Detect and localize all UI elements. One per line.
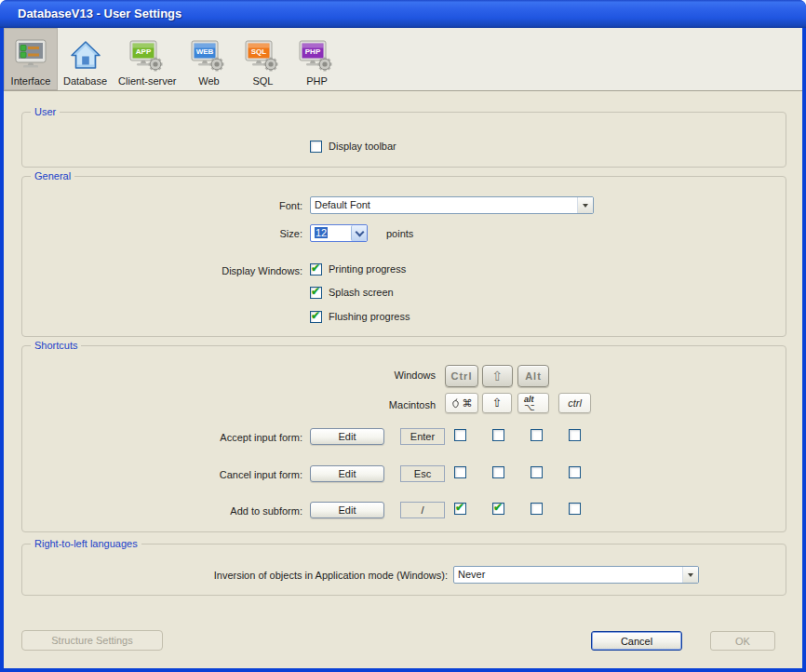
windows-alt-key[interactable]: Alt [517,365,549,387]
ok-button: OK [710,631,775,651]
toolbar-item-label: Interface [11,75,51,87]
subform-modifier-checkbox-2[interactable] [492,503,504,515]
toolbar-item-database[interactable]: Database [58,28,113,90]
subform-key-display: / [400,502,445,518]
php-monitor-gear-icon: PHP [296,37,337,74]
accept-modifier-checkbox-2[interactable] [492,429,504,441]
cancel-modifier-checkbox-1[interactable] [454,466,466,478]
svg-text:SQL: SQL [251,47,267,56]
mac-ctrl-key[interactable]: ctrl [558,393,591,413]
accept-key-display: Enter [400,428,445,445]
font-combobox[interactable]: Default Font [310,196,594,214]
cancel-edit-button[interactable]: Edit [310,465,384,482]
cancel-modifier-checkbox-3[interactable] [531,466,543,478]
accept-modifier-checkbox-4[interactable] [569,429,581,441]
mac-command-key[interactable]: ⌘ [445,393,478,413]
toolbar-item-interface[interactable]: Interface [4,28,58,90]
windows-shift-key[interactable]: ⇧ [482,365,513,387]
app-monitor-gear-icon: APP [127,37,168,74]
group-title: User [31,105,60,118]
toolbar-item-sql[interactable]: SQL SQL [235,28,289,90]
splash-screen-label: Splash screen [329,287,394,298]
subform-modifier-checkbox-4[interactable] [569,503,581,515]
accept-modifier-checkbox-3[interactable] [531,429,543,441]
accept-edit-button[interactable]: Edit [310,428,384,445]
flushing-progress-checkbox[interactable] [310,311,322,323]
display-toolbar-label: Display toolbar [329,141,396,152]
group-user: User [21,112,786,168]
dialog-body: Interface Database APP [4,28,802,668]
dialog-window: DatabaseV13 - User Settings Interface [0,0,806,672]
cancel-modifier-checkboxes [454,466,581,478]
size-label: Size: [209,227,302,240]
gear-icon [264,58,278,72]
windows-ctrl-key[interactable]: Ctrl [445,365,478,387]
accept-modifier-checkboxes [454,429,581,441]
toolbar-item-label: Database [63,75,107,87]
printing-progress-label: Printing progress [329,263,406,275]
display-toolbar-row: Display toolbar [310,140,396,153]
size-combobox[interactable]: 12 [310,224,368,242]
size-combobox-value: 12 [311,225,351,241]
svg-text:WEB: WEB [196,47,214,56]
inversion-combobox-value: Never [454,567,682,583]
subform-edit-button[interactable]: Edit [310,502,384,518]
windows-label: Windows [361,369,436,382]
window-title: DatabaseV13 - User Settings [0,7,181,20]
add-to-subform-label: Add to subform: [172,504,302,517]
subform-modifier-checkbox-3[interactable] [531,503,543,515]
macintosh-label: Macintosh [361,398,436,411]
group-title: Right-to-left languages [31,537,141,550]
cancel-button[interactable]: Cancel [591,631,682,651]
toolbar-item-web[interactable]: WEB Web [181,28,235,90]
cancel-modifier-checkbox-2[interactable] [492,466,504,478]
display-windows-label: Display Windows: [191,264,302,277]
splash-screen-row: Splash screen [310,286,394,299]
display-toolbar-checkbox[interactable] [310,141,322,153]
toolbar-item-client-server[interactable]: APP Client-server [113,28,181,90]
printing-progress-checkbox[interactable] [310,263,322,276]
toolbar-item-label: Web [198,75,219,87]
printing-progress-row: Printing progress [310,262,406,276]
mac-option-key[interactable]: alt ⌥ [517,393,549,413]
font-combobox-value: Default Font [311,197,577,213]
command-symbol: ⌘ [463,397,473,409]
svg-text:PHP: PHP [305,47,321,56]
accept-modifier-checkbox-1[interactable] [454,429,466,441]
flushing-progress-label: Flushing progress [329,311,410,322]
structure-settings-button: Structure Settings [21,630,163,651]
flushing-progress-row: Flushing progress [310,310,410,323]
title-bar[interactable]: DatabaseV13 - User Settings [0,0,806,28]
chevron-down-icon[interactable] [577,197,593,213]
toolbar-item-label: SQL [252,75,273,87]
option-symbol: ⌥ [524,403,548,411]
toolbar-item-php[interactable]: PHP PHP [289,28,343,90]
size-selected-text: 12 [315,227,328,238]
home-icon [65,37,106,74]
gear-icon [149,58,163,72]
gear-icon [318,58,332,72]
subform-modifier-checkbox-1[interactable] [454,503,466,515]
accept-input-form-label: Accept input form: [172,431,302,444]
font-label: Font: [209,199,302,212]
toolbar-item-label: Client-server [118,75,176,87]
settings-toolbar: Interface Database APP [4,28,802,91]
splash-screen-checkbox[interactable] [310,287,322,299]
cancel-modifier-checkbox-4[interactable] [569,466,581,478]
sql-monitor-gear-icon: SQL [242,37,283,74]
inversion-combobox[interactable]: Never [453,566,699,584]
inversion-label: Inversion of objects in Application mode… [115,569,448,582]
cancel-key-display: Esc [400,465,445,482]
chevron-down-icon[interactable] [351,225,367,241]
group-title: General [31,169,74,182]
subform-modifier-checkboxes [454,503,581,515]
web-monitor-gear-icon: WEB [188,37,229,74]
cancel-input-form-label: Cancel input form: [172,468,302,481]
toolbar-item-label: PHP [306,75,328,87]
interface-monitor-icon [10,37,51,74]
mac-shift-key[interactable]: ⇧ [482,393,512,413]
svg-text:APP: APP [136,47,152,56]
chevron-down-icon[interactable] [682,567,698,583]
group-title: Shortcuts [31,339,81,352]
gear-icon [210,58,224,72]
